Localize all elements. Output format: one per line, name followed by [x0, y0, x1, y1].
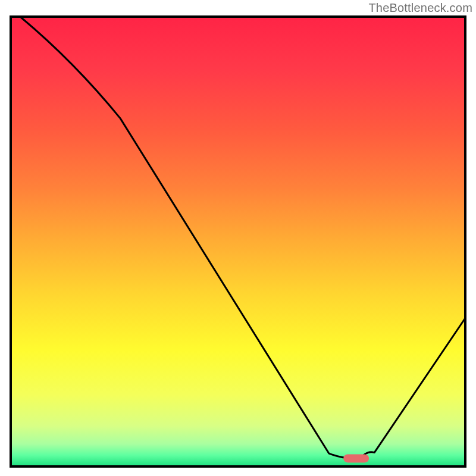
bottleneck-chart: [0, 0, 476, 476]
optimal-marker: [343, 454, 369, 462]
gradient-background: [11, 17, 465, 466]
watermark-text: TheBottleneck.com: [368, 1, 472, 15]
